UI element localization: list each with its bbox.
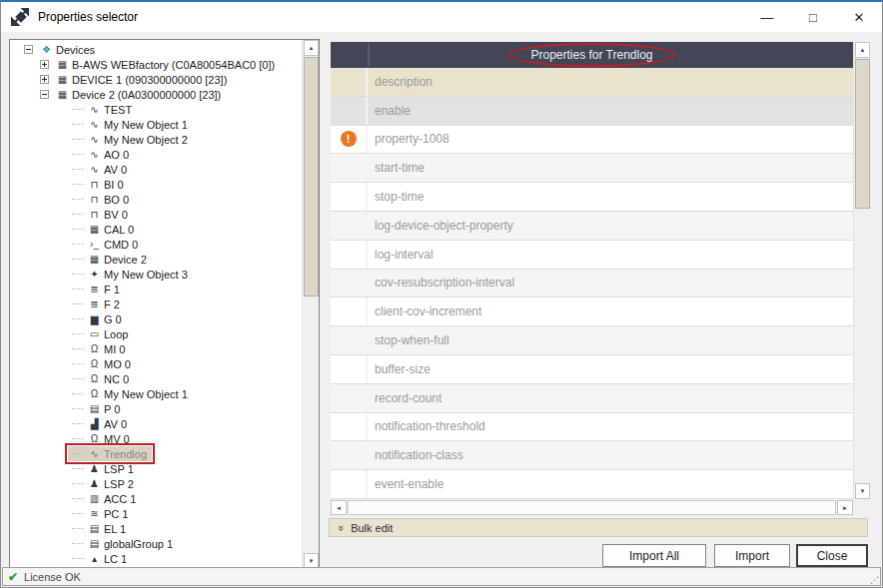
- table-scrollbar-thumb[interactable]: [855, 59, 870, 209]
- warning-icon: !: [341, 131, 357, 147]
- property-icon-cell: !: [331, 126, 368, 154]
- calendar-icon: ▦: [88, 223, 101, 236]
- expander-minus-icon[interactable]: [40, 90, 49, 99]
- tree-item-my-new-object-3[interactable]: ✦My New Object 3: [10, 267, 302, 282]
- pulse-icon: ≋: [88, 507, 101, 520]
- scroll-left-icon[interactable]: ◄: [331, 500, 347, 515]
- tree-item-label: Trendlog: [104, 448, 147, 460]
- tree-item-label: AV 0: [104, 418, 127, 430]
- scroll-up-icon[interactable]: ▲: [304, 40, 319, 56]
- tree-item-mo-0[interactable]: ΩMO 0: [10, 356, 302, 371]
- property-row-notification-class[interactable]: notification-class: [331, 441, 853, 470]
- tree-connector-line: [72, 333, 84, 334]
- tree-item-p-0[interactable]: ▤P 0: [10, 401, 302, 416]
- tree-item-label: CAL 0: [104, 224, 134, 236]
- table-vertical-scrollbar[interactable]: ▲ ▼: [853, 42, 869, 499]
- tree-item-b-aws-webfactory-c0a80054bac0-0[interactable]: ▦B-AWS WEBfactory (C0A80054BAC0 [0]): [10, 57, 302, 72]
- tree-item-av-0[interactable]: ▟AV 0: [10, 416, 302, 431]
- tree-item-lc-1[interactable]: ▴LC 1: [10, 551, 302, 566]
- bulk-edit-expander[interactable]: » Bulk edit: [329, 518, 868, 537]
- property-row-stop-time[interactable]: stop-time: [331, 183, 853, 212]
- tree-connector-line: [72, 558, 84, 559]
- tree-item-g-0[interactable]: ▆G 0: [10, 311, 302, 326]
- tree-item-label: Loop: [104, 328, 128, 340]
- tree-item-mi-0[interactable]: ΩMI 0: [10, 341, 302, 356]
- tree-item-my-new-object-1[interactable]: ΩMy New Object 1: [10, 386, 302, 401]
- close-button[interactable]: Close: [796, 544, 868, 567]
- property-icon-cell: [331, 154, 368, 182]
- tree-item-my-new-object-2[interactable]: ∿My New Object 2: [10, 132, 302, 147]
- hscrollbar-thumb[interactable]: [348, 500, 836, 515]
- tree-item-device-2-0a0300000000-23[interactable]: ▦Device 2 (0A0300000000 [23]): [10, 87, 302, 102]
- property-icon-cell: [331, 413, 368, 441]
- expander-plus-icon[interactable]: [40, 60, 49, 69]
- import-button[interactable]: Import: [714, 544, 790, 567]
- tree-item-f-2[interactable]: ≣F 2: [10, 296, 302, 311]
- import-all-button[interactable]: Import All: [602, 544, 706, 567]
- tree-item-el-1[interactable]: ▤EL 1: [10, 521, 302, 536]
- tree-item-bo-0[interactable]: ⊓BO 0: [10, 192, 302, 207]
- tree-item-cal-0[interactable]: ▦CAL 0: [10, 222, 302, 237]
- expander-plus-icon[interactable]: [40, 75, 49, 84]
- tree-item-trendlog[interactable]: ∿Trendlog: [10, 446, 302, 461]
- tree-item-globalgroup-1[interactable]: ▤globalGroup 1: [10, 536, 302, 551]
- tree-item-my-new-object-1[interactable]: ∿My New Object 1: [10, 117, 302, 132]
- tree-connector-line: [72, 139, 84, 140]
- tree-item-mv-0[interactable]: ΩMV 0: [10, 431, 302, 446]
- tree-item-bv-0[interactable]: ⊓BV 0: [10, 207, 302, 222]
- property-row-start-time[interactable]: start-time: [331, 154, 853, 183]
- tree-item-test[interactable]: ∿TEST: [10, 102, 302, 117]
- tree-item-device-2[interactable]: ▦Device 2: [10, 252, 302, 267]
- tree-scrollbar[interactable]: ▲ ▼: [302, 40, 319, 569]
- tree-item-acc-1[interactable]: ▥ACC 1: [10, 491, 302, 506]
- resize-grip[interactable]: ⋰: [870, 575, 878, 585]
- tree-item-devices[interactable]: ❖Devices: [10, 42, 302, 57]
- tree-item-label: MO 0: [104, 358, 131, 370]
- tree-item-pc-1[interactable]: ≋PC 1: [10, 506, 302, 521]
- tree-item-loop[interactable]: ▭Loop: [10, 326, 302, 341]
- tree-item-label: NC 0: [104, 373, 129, 385]
- property-row-log-interval[interactable]: log-interval: [331, 241, 853, 270]
- expander-minus-icon[interactable]: [24, 45, 33, 54]
- device-icon: ▦: [56, 73, 69, 86]
- tree-item-f-1[interactable]: ≣F 1: [10, 282, 302, 296]
- tree-connector-line: [72, 303, 84, 304]
- maximize-button[interactable]: □: [790, 2, 836, 32]
- tree-item-av-0[interactable]: ∿AV 0: [10, 162, 302, 177]
- tree-item-device-1-090300000000-23[interactable]: ▦DEVICE 1 (090300000000 [23]): [10, 72, 302, 87]
- scroll-down-icon[interactable]: ▼: [855, 483, 870, 499]
- property-row-event-enable[interactable]: event-enable: [331, 470, 853, 499]
- table-horizontal-scrollbar[interactable]: ◄ ►: [331, 500, 853, 516]
- property-row-log-device-object-property[interactable]: log-device-object-property: [331, 212, 853, 241]
- tree-connector-line: [72, 408, 84, 409]
- property-row-description[interactable]: description: [331, 68, 853, 97]
- close-window-button[interactable]: ✕: [836, 2, 882, 32]
- property-icon-cell: [331, 355, 368, 383]
- property-row-client-cov-increment[interactable]: client-cov-increment: [331, 297, 853, 326]
- tree-item-lsp-1[interactable]: ♟LSP 1: [10, 461, 302, 476]
- tree-item-lsp-2[interactable]: ♟LSP 2: [10, 476, 302, 491]
- property-row-enable[interactable]: enable: [331, 97, 853, 126]
- bulk-edit-label: Bulk edit: [351, 522, 393, 534]
- tree-item-label: B-AWS WEBfactory (C0A80054BAC0 [0]): [72, 59, 275, 71]
- property-row-record-count[interactable]: record-count: [331, 384, 853, 413]
- property-icon-cell: [331, 97, 368, 125]
- property-row-buffer-size[interactable]: buffer-size: [331, 355, 853, 384]
- tree-scrollbar-thumb[interactable]: [304, 57, 319, 296]
- scroll-up-icon[interactable]: ▲: [855, 42, 870, 58]
- tree-item-label: LSP 2: [104, 478, 134, 490]
- tree-item-label: ACC 1: [104, 493, 136, 505]
- tree-item-ao-0[interactable]: ∿AO 0: [10, 147, 302, 162]
- property-row-stop-when-full[interactable]: stop-when-full: [331, 326, 853, 355]
- property-row-notification-threshold[interactable]: notification-threshold: [331, 413, 853, 442]
- tree-item-bi-0[interactable]: ⊓BI 0: [10, 177, 302, 192]
- binary-icon: ⊓: [88, 178, 101, 191]
- property-row-cov-resubscription-interval[interactable]: cov-resubscription-interval: [331, 270, 853, 298]
- property-row-property-1008[interactable]: !property-1008: [331, 126, 853, 155]
- tree-item-nc-0[interactable]: ΩNC 0: [10, 371, 302, 386]
- tree-item-label: globalGroup 1: [104, 538, 173, 550]
- tree-item-cmd-0[interactable]: ›_CMD 0: [10, 237, 302, 252]
- scroll-right-icon[interactable]: ►: [837, 500, 853, 515]
- minimize-button[interactable]: —: [744, 2, 790, 32]
- tree-item-label: Device 2: [104, 254, 147, 266]
